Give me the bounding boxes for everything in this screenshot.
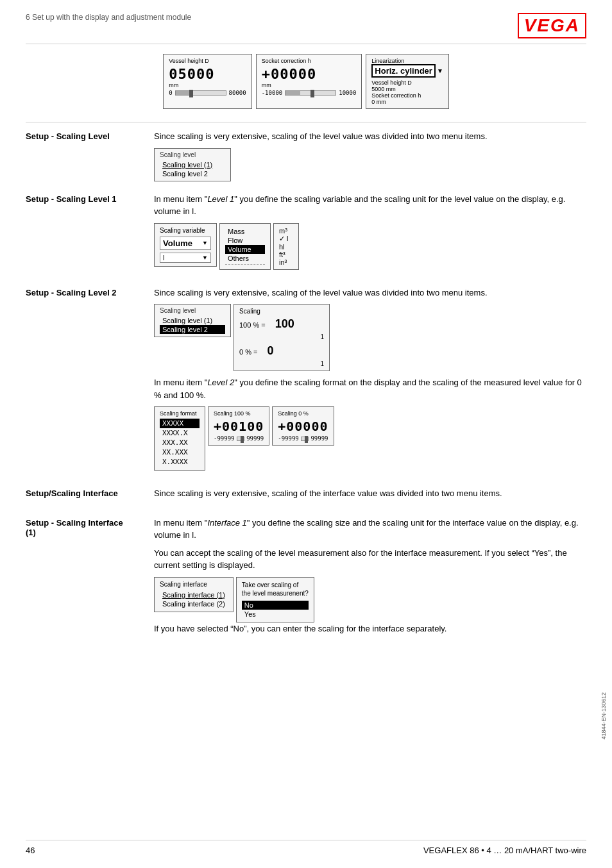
footer-product: VEGAFLEX 86 • 4 … 20 mA/HART two-wire — [423, 846, 586, 855]
section-si1-text2: You can accept the scaling of the level … — [154, 547, 586, 572]
format-x-xxxx[interactable]: X.XXXX — [160, 457, 200, 467]
takeover-box: Take over scaling ofthe level measurenen… — [236, 577, 314, 622]
socket-correction-max: 10000 — [339, 90, 356, 96]
section-scaling-level-2-body: Since scaling is very extensive, scaling… — [154, 287, 586, 476]
top-diagram: Vessel height D 05000 mm 0 80000 Socket … — [26, 54, 586, 109]
scaling-100-track[interactable] — [237, 437, 245, 441]
section-scaling-interface: Setup/Scaling Interface Since scaling is… — [26, 487, 586, 505]
lin-vessel-val: 5000 mm — [371, 86, 443, 92]
page-number: 46 — [26, 846, 35, 855]
scaling-l2-menu: Scaling level Scaling level (1) Scaling … — [154, 304, 231, 337]
scaling-unit-options: m³ ✓l hl ft³ in³ — [273, 223, 299, 270]
vessel-height-unit: mm — [169, 82, 246, 88]
scaling-interface-box-title: Scaling interface — [160, 581, 228, 588]
section-scaling-interface-1: Setup - Scaling Interface(1) In menu ite… — [26, 517, 586, 640]
scaling-100-slider-area: -99999 99999 — [214, 435, 264, 442]
socket-correction-slider[interactable] — [285, 90, 336, 96]
scaling-format-title: Scaling format — [160, 410, 200, 417]
scaling-0-min: -99999 — [278, 435, 299, 442]
section-scaling-interface-1-body: In menu item "Interface 1" you define th… — [154, 517, 586, 640]
takeover-yes[interactable]: Yes — [242, 610, 309, 619]
scaling-0-max: 99999 — [310, 435, 328, 442]
section-scaling-level-2: Setup - Scaling Level 2 Since scaling is… — [26, 287, 586, 476]
scaling-100-min: -99999 — [214, 435, 235, 442]
linearization-arrow-icon[interactable]: ▼ — [437, 67, 443, 74]
scaling-variable-arrow-icon: ▼ — [202, 240, 208, 246]
header-title: 6 Set up with the display and adjustment… — [26, 13, 191, 22]
scaling-l2-item-2[interactable]: Scaling level 2 — [160, 325, 225, 334]
scaling-0-slider-area: -99999 99999 — [278, 435, 328, 442]
section-scaling-level-body: Since scaling is very extensive, scaling… — [154, 130, 586, 181]
vega-logo: VEGA — [518, 13, 586, 38]
linearization-box: Linearization Horiz. cylinder ▼ Vessel h… — [366, 54, 448, 109]
scaling-variable-value: Volume — [163, 238, 192, 248]
linearization-value: Horiz. cylinder — [371, 64, 436, 78]
lin-vessel-label: Vessel height D — [371, 79, 443, 86]
vessel-height-box: Vessel height D 05000 mm 0 80000 — [163, 54, 252, 109]
section-scaling-interface-1-label: Setup - Scaling Interface(1) — [26, 517, 154, 640]
format-container: Scaling format XXXXX XXXX.X XXX.XX XX.XX… — [154, 406, 586, 471]
section-scaling-interface-label: Setup/Scaling Interface — [26, 487, 154, 505]
section-scaling-level-label: Setup - Scaling Level — [26, 130, 154, 181]
scaling-variable-box: Scaling variable Volume ▼ l ▼ — [154, 223, 217, 267]
scaling-level-menu: Scaling level Scaling level (1) Scaling … — [154, 148, 231, 181]
scaling-0-value: 0 — [267, 344, 273, 358]
scaling-unit-arrow-icon: ▼ — [202, 255, 208, 261]
scaling-values-box: Scaling 100 % = 100 1 0 % = 0 1 — [234, 304, 330, 371]
sv-unit-ft3[interactable]: ft³ — [279, 251, 293, 258]
scaling-100-box-title: Scaling 100 % — [214, 410, 264, 417]
sv-unit-l[interactable]: ✓l — [279, 235, 293, 243]
format-xxx-xx[interactable]: XXX.XX — [160, 438, 200, 447]
section-scaling-level-1: Setup - Scaling Level 1 In menu item "Le… — [26, 193, 586, 275]
vessel-height-min: 0 — [169, 90, 172, 96]
scaling-level-menu-title: Scaling level — [160, 151, 225, 158]
level2-italic: Level 2 — [207, 378, 234, 387]
scaling-0-row: 0 % = 0 — [239, 344, 324, 358]
iface-item-2[interactable]: Scaling interface (2) — [160, 599, 228, 608]
content-area: Setup - Scaling Level Since scaling is v… — [26, 130, 586, 651]
interface-container: Scaling interface Scaling interface (1) … — [154, 577, 586, 622]
section-si1-text1: In menu item "Interface 1" you define th… — [154, 517, 586, 542]
footer: 46 VEGAFLEX 86 • 4 … 20 mA/HART two-wire — [26, 840, 586, 855]
socket-correction-min: -10000 — [262, 90, 283, 96]
scaling-100-max: 99999 — [246, 435, 264, 442]
page: 6 Set up with the display and adjustment… — [0, 0, 612, 868]
scaling-variable-container: Scaling variable Volume ▼ l ▼ Mass — [154, 223, 586, 270]
format-xx-xxx[interactable]: XX.XXX — [160, 447, 200, 457]
scaling-variable-dropdown[interactable]: Volume ▼ — [160, 237, 211, 250]
side-label: 41844-EN-130612 — [600, 692, 607, 740]
sv-option-volume[interactable]: Volume — [225, 245, 265, 254]
sv-unit-m3[interactable]: m³ — [279, 227, 293, 235]
scaling-level-item-1[interactable]: Scaling level (1) — [160, 160, 225, 169]
scaling-l2-item-1[interactable]: Scaling level (1) — [160, 316, 225, 325]
sv-option-others[interactable]: Others — [225, 254, 265, 263]
scaling-values-title: Scaling — [239, 308, 324, 315]
scaling-100-label: 100 % = — [239, 321, 266, 329]
vessel-height-title: Vessel height D — [169, 58, 246, 64]
format-xxxxx[interactable]: XXXXX — [160, 419, 200, 428]
scaling-l2-menu-title: Scaling level — [160, 307, 225, 314]
vessel-height-max: 80000 — [229, 90, 246, 96]
takeover-no[interactable]: No — [242, 601, 309, 610]
sv-option-flow[interactable]: Flow — [225, 236, 265, 245]
sv-unit-in3[interactable]: in³ — [279, 258, 293, 266]
socket-correction-value: +00000 — [262, 66, 357, 82]
lin-socket-label: Socket correction h — [371, 92, 443, 99]
lin-socket-val: 0 mm — [371, 99, 443, 105]
sv-option-mass[interactable]: Mass — [225, 227, 265, 236]
scaling-unit-dropdown[interactable]: l ▼ — [160, 253, 211, 263]
scaling-0-track[interactable] — [301, 437, 309, 441]
scaling-100-value: 100 — [275, 317, 294, 331]
scaling-0-box-title: Scaling 0 % — [278, 410, 328, 417]
sv-unit-hl[interactable]: hl — [279, 243, 293, 251]
linearization-title: Linearization — [371, 58, 443, 64]
iface-item-1[interactable]: Scaling interface (1) — [160, 590, 228, 599]
section-scaling-level: Setup - Scaling Level Since scaling is v… — [26, 130, 586, 181]
format-xxxx-x[interactable]: XXXX.X — [160, 428, 200, 438]
scaling-level-item-2[interactable]: Scaling level 2 — [160, 169, 225, 178]
section-scaling-level-2-text1: Since scaling is very extensive, scaling… — [154, 287, 586, 299]
socket-correction-box: Socket correction h +00000 mm -10000 100… — [256, 54, 362, 109]
vessel-height-slider[interactable] — [175, 90, 226, 96]
sv-separator — [225, 264, 265, 265]
section-scaling-interface-1-label-text: Setup - Scaling Interface(1) — [26, 518, 123, 537]
